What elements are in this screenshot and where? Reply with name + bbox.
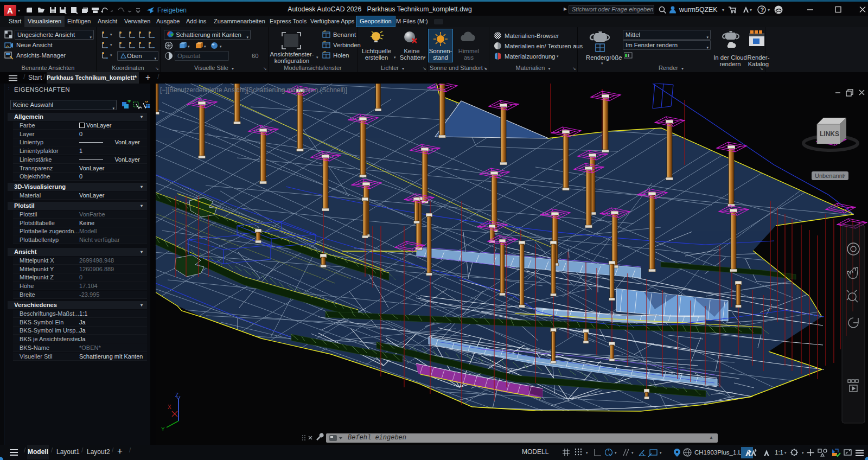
svg-text:▾: ▾: [750, 8, 752, 12]
svg-text:▾: ▾: [631, 451, 634, 455]
svg-text:▾: ▾: [220, 44, 222, 48]
svg-text:X: X: [168, 404, 171, 410]
svg-text:▾: ▾: [784, 451, 787, 455]
svg-text:Unbenannt: Unbenannt: [815, 173, 844, 179]
svg-text:▾: ▾: [586, 451, 588, 455]
svg-text:wurm5QZEK: wurm5QZEK: [679, 6, 718, 14]
svg-text:1:1: 1:1: [775, 449, 783, 456]
svg-text:LINKS: LINKS: [820, 130, 839, 138]
svg-text:?: ?: [761, 7, 764, 13]
svg-text:Z: Z: [175, 392, 178, 398]
svg-text:▾: ▾: [660, 451, 662, 455]
svg-text:▾: ▾: [615, 451, 617, 455]
svg-text:[−][Benutzerdefinierte Ansicht: [−][Benutzerdefinierte Ansicht][Schattie…: [160, 86, 347, 94]
svg-text:▾: ▾: [188, 44, 190, 48]
svg-text:Y: Y: [161, 426, 165, 432]
svg-text:▾: ▾: [802, 451, 804, 455]
svg-text:Freigeben: Freigeben: [157, 7, 187, 14]
svg-text:▾: ▾: [722, 8, 724, 12]
svg-text:▾: ▾: [204, 44, 206, 48]
svg-text:▾: ▾: [768, 8, 770, 12]
